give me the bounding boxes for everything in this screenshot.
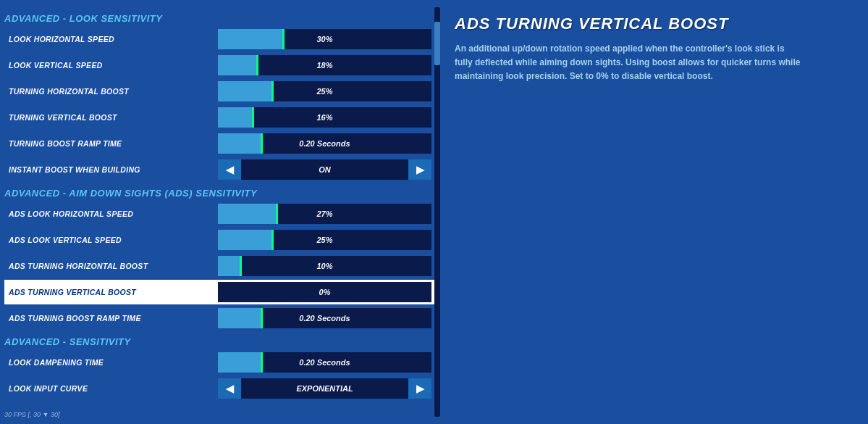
control-ads-turning-boost-ramp-time[interactable]: 0.20 Seconds [218,308,431,328]
value-look-dampening-time: 0.20 Seconds [218,358,431,367]
label-ads-look-vertical-speed: ADS LOOK VERTICAL SPEED [4,236,218,244]
control-ads-look-horizontal-speed[interactable]: 27% [218,204,431,224]
setting-row-ads-look-vertical-speed[interactable]: ADS LOOK VERTICAL SPEED 25% [4,228,434,252]
label-instant-boost-building: INSTANT BOOST WHEN BUILDING [4,165,218,174]
control-look-horizontal-speed[interactable]: 30% [218,29,431,49]
arrow-right-look-input-curve[interactable]: ▶ [408,378,431,399]
control-ads-look-vertical-speed[interactable]: 25% [218,230,431,250]
value-turning-horizontal-boost: 25% [218,87,431,96]
value-look-horizontal-speed: 30% [218,35,431,43]
setting-row-turning-vertical-boost[interactable]: TURNING VERTICAL BOOST 16% [4,105,434,130]
label-turning-boost-ramp-time: TURNING BOOST RAMP TIME [4,139,218,148]
arrow-left-look-input-curve[interactable]: ◀ [218,378,241,399]
scrollbar[interactable] [434,7,440,417]
arrow-right-instant-boost[interactable]: ▶ [408,159,431,180]
setting-row-ads-turning-vertical-boost[interactable]: ADS TURNING VERTICAL BOOST 0% [4,280,434,304]
label-turning-horizontal-boost: TURNING HORIZONTAL BOOST [4,87,218,96]
setting-row-turning-horizontal-boost[interactable]: TURNING HORIZONTAL BOOST 25% [4,79,434,104]
control-turning-vertical-boost[interactable]: 16% [218,107,431,128]
value-ads-turning-boost-ramp-time: 0.20 Seconds [218,314,431,323]
setting-row-ads-turning-horizontal-boost[interactable]: ADS TURNING HORIZONTAL BOOST 10% [4,254,434,278]
setting-row-ads-look-horizontal-speed[interactable]: ADS LOOK HORIZONTAL SPEED 27% [4,201,434,226]
section-title-look: ADVANCED - LOOK SENSITIVITY [4,13,434,24]
control-instant-boost-building[interactable]: ◀ ON ▶ [218,159,431,180]
ads-description: An additional up/down rotation speed app… [455,42,802,84]
label-ads-look-horizontal-speed: ADS LOOK HORIZONTAL SPEED [4,209,218,218]
label-ads-turning-boost-ramp-time: ADS TURNING BOOST RAMP TIME [4,314,218,323]
value-ads-look-vertical-speed: 25% [218,236,431,244]
setting-row-look-vertical-speed[interactable]: LOOK VERTICAL SPEED 18% [4,53,434,78]
scrollbar-thumb[interactable] [434,22,440,65]
label-ads-turning-horizontal-boost: ADS TURNING HORIZONTAL BOOST [4,262,218,270]
value-turning-boost-ramp-time: 0.20 Seconds [218,139,431,148]
right-panel: ADS TURNING VERTICAL BOOST An additional… [440,0,868,424]
control-ads-turning-horizontal-boost[interactable]: 10% [218,256,431,276]
value-ads-look-horizontal-speed: 27% [218,209,431,218]
setting-row-ads-turning-boost-ramp-time[interactable]: ADS TURNING BOOST RAMP TIME 0.20 Seconds [4,306,434,331]
value-look-vertical-speed: 18% [218,61,431,70]
label-look-vertical-speed: LOOK VERTICAL SPEED [4,61,218,70]
setting-row-instant-boost-building[interactable]: INSTANT BOOST WHEN BUILDING ◀ ON ▶ [4,157,434,182]
label-turning-vertical-boost: TURNING VERTICAL BOOST [4,113,218,122]
control-turning-boost-ramp-time[interactable]: 0.20 Seconds [218,133,431,154]
label-look-input-curve: LOOK INPUT CURVE [4,384,218,393]
value-ads-turning-horizontal-boost: 10% [218,262,431,270]
control-look-vertical-speed[interactable]: 18% [218,55,431,75]
section-title-sensitivity: ADVANCED - SENSITIVITY [4,336,434,347]
control-ads-turning-vertical-boost[interactable]: 0% [218,282,431,302]
left-panel: ADVANCED - LOOK SENSITIVITY LOOK HORIZON… [0,0,434,424]
label-look-dampening-time: LOOK DAMPENING TIME [4,358,218,367]
setting-row-look-dampening-time[interactable]: LOOK DAMPENING TIME 0.20 Seconds [4,350,434,375]
value-look-input-curve: EXPONENTIAL [241,384,408,393]
value-turning-vertical-boost: 16% [218,113,431,122]
setting-row-look-input-curve[interactable]: LOOK INPUT CURVE ◀ EXPONENTIAL ▶ [4,376,434,401]
fps-info: 30 FPS [, 30 ▼ 30] [4,411,59,418]
value-instant-boost-building: ON [241,165,408,174]
setting-row-turning-boost-ramp-time[interactable]: TURNING BOOST RAMP TIME 0.20 Seconds [4,131,434,156]
arrow-left-instant-boost[interactable]: ◀ [218,159,241,180]
ads-title: ADS TURNING VERTICAL BOOST [455,14,854,33]
setting-row-look-horizontal-speed[interactable]: LOOK HORIZONTAL SPEED 30% [4,27,434,51]
label-ads-turning-vertical-boost: ADS TURNING VERTICAL BOOST [4,288,218,296]
control-turning-horizontal-boost[interactable]: 25% [218,81,431,101]
value-ads-turning-vertical-boost: 0% [218,288,431,296]
label-look-horizontal-speed: LOOK HORIZONTAL SPEED [4,35,218,43]
section-title-ads: ADVANCED - AIM DOWN SIGHTS (ADS) SENSITI… [4,188,434,199]
control-look-dampening-time[interactable]: 0.20 Seconds [218,352,431,373]
control-look-input-curve[interactable]: ◀ EXPONENTIAL ▶ [218,378,431,399]
